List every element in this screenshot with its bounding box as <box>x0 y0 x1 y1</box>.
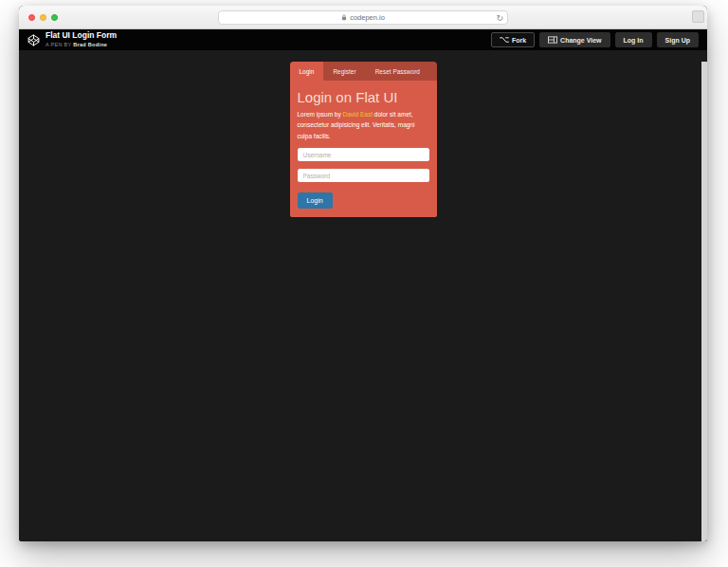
refresh-icon[interactable]: ↻ <box>496 12 503 24</box>
sign-up-button[interactable]: Sign Up <box>657 32 699 47</box>
change-view-icon <box>548 36 557 44</box>
description-text-pre: Lorem ipsum by <box>298 111 343 118</box>
address-bar-url: codepen.io <box>350 13 385 22</box>
login-card-body: Login on Flat UI Lorem ipsum by David Ea… <box>290 81 437 217</box>
login-heading: Login on Flat UI <box>298 89 429 105</box>
change-view-button[interactable]: Change View <box>539 32 610 47</box>
login-card: Login Register Reset Password Login on F… <box>290 62 437 217</box>
tab-reset-password[interactable]: Reset Password <box>366 62 429 81</box>
scrollbar[interactable] <box>701 62 707 541</box>
fork-icon <box>500 36 509 44</box>
zoom-window-button[interactable] <box>51 14 58 21</box>
change-view-button-label: Change View <box>560 37 601 44</box>
password-input[interactable] <box>298 169 429 182</box>
login-tabs: Login Register Reset Password <box>290 62 437 81</box>
tab-login[interactable]: Login <box>290 62 324 81</box>
log-in-button[interactable]: Log In <box>615 32 652 47</box>
window-controls <box>28 14 58 21</box>
david-east-link[interactable]: David East <box>343 111 373 118</box>
browser-window: codepen.io ↻ Flat UI Login Form A PEN BY… <box>19 6 707 541</box>
username-input[interactable] <box>298 148 429 161</box>
pen-preview-area: Login Register Reset Password Login on F… <box>19 62 707 541</box>
tab-register[interactable]: Register <box>323 62 365 81</box>
byline-prefix: A PEN BY <box>46 42 73 47</box>
login-description: Lorem ipsum by David East dolor sit amet… <box>298 109 429 141</box>
codepen-header: Flat UI Login Form A PEN BY Brad Bodine … <box>19 29 707 50</box>
header-actions: Fork Change View Log In Sign Up <box>491 32 699 47</box>
fork-button-label: Fork <box>512 37 526 44</box>
log-in-button-label: Log In <box>624 37 644 44</box>
minimize-window-button[interactable] <box>40 14 46 21</box>
fork-button[interactable]: Fork <box>491 32 535 47</box>
scrollbar-button[interactable] <box>692 10 704 23</box>
close-window-button[interactable] <box>28 14 35 21</box>
lock-icon <box>341 14 347 21</box>
pen-author[interactable]: Brad Bodine <box>73 42 107 47</box>
address-bar[interactable]: codepen.io ↻ <box>218 10 508 25</box>
pen-byline: A PEN BY Brad Bodine <box>46 42 117 47</box>
pen-title: Flat UI Login Form <box>46 31 117 41</box>
sign-up-button-label: Sign Up <box>665 37 690 44</box>
pen-titles: Flat UI Login Form A PEN BY Brad Bodine <box>46 31 117 47</box>
browser-chrome: codepen.io ↻ <box>19 6 707 29</box>
codepen-logo-icon[interactable] <box>27 34 40 46</box>
login-submit-button[interactable]: Login <box>298 192 333 209</box>
